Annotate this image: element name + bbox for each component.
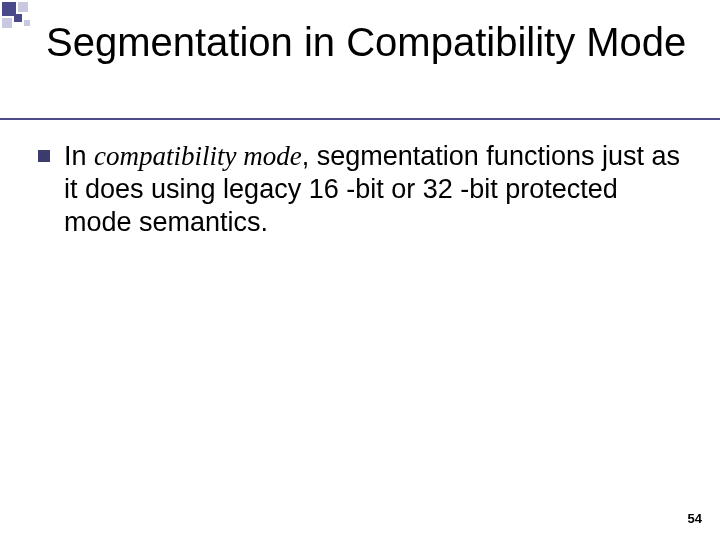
page-number: 54 bbox=[688, 511, 702, 526]
bullet-italic: compatibility mode bbox=[94, 141, 302, 171]
corner-decoration bbox=[0, 0, 40, 40]
bullet-text: In compatibility mode, segmentation func… bbox=[64, 140, 690, 239]
bullet-prefix: In bbox=[64, 141, 94, 171]
slide: Segmentation in Compatibility Mode In co… bbox=[0, 0, 720, 540]
title-underline bbox=[0, 118, 720, 120]
slide-title: Segmentation in Compatibility Mode bbox=[46, 20, 700, 64]
square-bullet-icon bbox=[38, 150, 50, 162]
bullet-item: In compatibility mode, segmentation func… bbox=[38, 140, 690, 239]
slide-body: In compatibility mode, segmentation func… bbox=[38, 140, 690, 239]
